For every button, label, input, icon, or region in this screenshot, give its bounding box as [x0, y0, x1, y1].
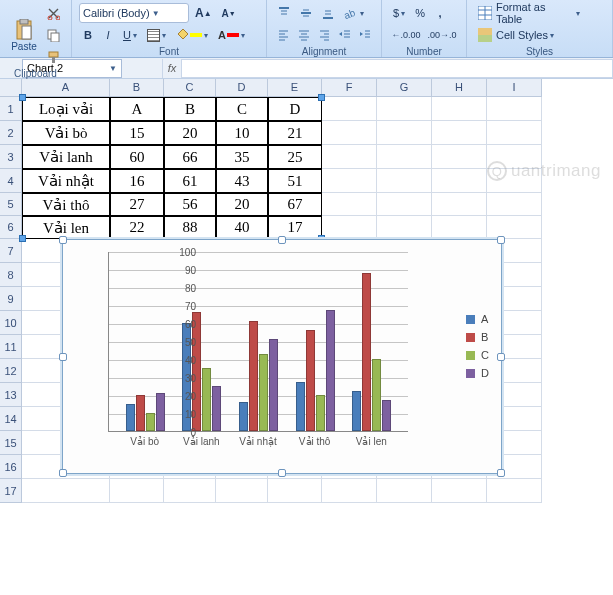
italic-button[interactable]: I [99, 25, 117, 45]
cell[interactable] [322, 121, 377, 145]
table-cell[interactable]: 20 [216, 193, 268, 216]
table-cell[interactable]: Vải thô [22, 193, 110, 216]
table-cell[interactable]: 66 [164, 145, 216, 169]
cell[interactable] [377, 216, 432, 239]
chart-legend[interactable]: ABCD [466, 310, 489, 382]
align-right-button[interactable] [315, 25, 333, 45]
table-cell[interactable]: 27 [110, 193, 164, 216]
cell[interactable] [432, 193, 487, 216]
table-cell[interactable]: Vải bò [22, 121, 110, 145]
row-header[interactable]: 10 [0, 311, 22, 335]
row-header[interactable]: 11 [0, 335, 22, 359]
chart-bar[interactable] [326, 310, 335, 431]
decrease-decimal-button[interactable]: .00→.0 [425, 25, 459, 45]
cell[interactable] [432, 97, 487, 121]
cell[interactable] [322, 479, 377, 503]
cell[interactable] [487, 193, 542, 216]
cell[interactable] [322, 97, 377, 121]
increase-indent-button[interactable] [356, 25, 374, 45]
table-cell[interactable]: 25 [268, 145, 322, 169]
chart-bar[interactable] [146, 413, 155, 431]
cell[interactable] [432, 169, 487, 193]
table-cell[interactable]: 56 [164, 193, 216, 216]
increase-decimal-button[interactable]: ←.0.00 [389, 25, 423, 45]
table-cell[interactable]: A [110, 97, 164, 121]
column-header[interactable]: F [322, 79, 377, 97]
cell[interactable] [432, 216, 487, 239]
row-header[interactable]: 16 [0, 455, 22, 479]
row-header[interactable]: 12 [0, 359, 22, 383]
table-cell[interactable]: Loại vải [22, 97, 110, 121]
align-center-button[interactable] [294, 25, 312, 45]
column-header[interactable]: E [268, 79, 322, 97]
cell[interactable] [487, 145, 542, 169]
currency-button[interactable]: $▾ [389, 3, 409, 23]
cell[interactable] [377, 97, 432, 121]
row-header[interactable]: 15 [0, 431, 22, 455]
table-cell[interactable]: 60 [110, 145, 164, 169]
fill-color-button[interactable]: ▾ [172, 25, 212, 45]
row-header[interactable]: 4 [0, 169, 22, 193]
cell[interactable] [377, 145, 432, 169]
cell[interactable] [322, 169, 377, 193]
font-family-select[interactable]: Calibri (Body)▼ [79, 3, 189, 23]
chart-bar[interactable] [316, 395, 325, 431]
legend-item[interactable]: B [466, 328, 489, 346]
cell[interactable] [377, 193, 432, 216]
table-cell[interactable]: 22 [110, 216, 164, 239]
cell[interactable] [432, 479, 487, 503]
underline-button[interactable]: U▾ [119, 25, 141, 45]
cell[interactable] [164, 479, 216, 503]
table-cell[interactable]: 43 [216, 169, 268, 193]
cell[interactable] [322, 145, 377, 169]
chart-bar[interactable] [362, 273, 371, 431]
table-cell[interactable]: 15 [110, 121, 164, 145]
table-cell[interactable]: 40 [216, 216, 268, 239]
bold-button[interactable]: B [79, 25, 97, 45]
column-header[interactable]: A [22, 79, 110, 97]
table-cell[interactable]: 10 [216, 121, 268, 145]
chart-bar[interactable] [306, 330, 315, 431]
table-cell[interactable]: C [216, 97, 268, 121]
decrease-indent-button[interactable] [335, 25, 353, 45]
row-header[interactable]: 3 [0, 145, 22, 169]
cell[interactable] [487, 216, 542, 239]
chart-bar[interactable] [372, 359, 381, 431]
table-cell[interactable]: 35 [216, 145, 268, 169]
chart-bar[interactable] [352, 391, 361, 431]
chart-bar[interactable] [382, 400, 391, 431]
table-cell[interactable]: B [164, 97, 216, 121]
chart-bar[interactable] [156, 393, 165, 431]
chart-bar[interactable] [239, 402, 248, 431]
row-header[interactable]: 2 [0, 121, 22, 145]
font-color-button[interactable]: A▾ [214, 25, 249, 45]
decrease-font-button[interactable]: A▼ [218, 3, 240, 23]
chart-bar[interactable] [249, 321, 258, 431]
cell[interactable] [110, 479, 164, 503]
table-cell[interactable]: 88 [164, 216, 216, 239]
chart-bar[interactable] [296, 382, 305, 431]
formula-input[interactable] [182, 59, 613, 78]
row-header[interactable]: 7 [0, 239, 22, 263]
column-header[interactable]: D [216, 79, 268, 97]
legend-item[interactable]: D [466, 364, 489, 382]
cell[interactable] [432, 145, 487, 169]
align-left-button[interactable] [274, 25, 292, 45]
table-cell[interactable]: 51 [268, 169, 322, 193]
row-header[interactable]: 13 [0, 383, 22, 407]
chart-bar[interactable] [136, 395, 145, 431]
comma-button[interactable]: , [431, 3, 449, 23]
table-cell[interactable]: 16 [110, 169, 164, 193]
align-bottom-button[interactable] [318, 3, 338, 23]
cell[interactable] [487, 479, 542, 503]
table-cell[interactable]: Vải lanh [22, 145, 110, 169]
format-as-table-button[interactable]: Format as Table▾ [474, 3, 584, 23]
cell[interactable] [377, 479, 432, 503]
column-header[interactable]: H [432, 79, 487, 97]
format-painter-button[interactable] [43, 47, 64, 67]
column-header[interactable]: B [110, 79, 164, 97]
orientation-button[interactable]: ab▾ [340, 3, 368, 23]
chart-object[interactable]: ABCD 0102030405060708090100Vải bòVải lan… [62, 239, 502, 474]
column-header[interactable]: C [164, 79, 216, 97]
row-header[interactable]: 8 [0, 263, 22, 287]
